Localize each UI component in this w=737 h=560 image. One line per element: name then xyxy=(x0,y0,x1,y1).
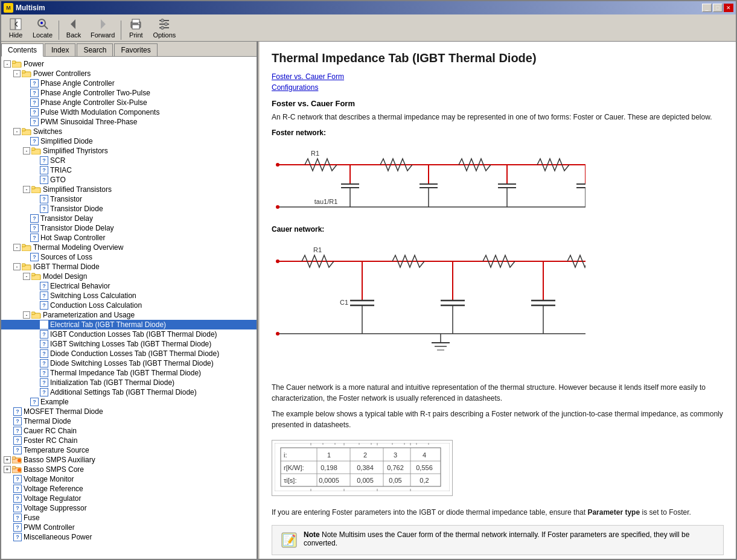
tree-item-model-design[interactable]: - Model Design xyxy=(1,272,257,281)
tree-item-pwm-comp[interactable]: ? Pulse Width Modulation Components xyxy=(1,107,257,117)
tree-item-voltage-regulator[interactable]: ? Voltage Regulator xyxy=(1,494,257,503)
tab-search[interactable]: Search xyxy=(77,43,113,56)
tree-item-temp-source[interactable]: ? Temperature Source xyxy=(1,445,257,455)
close-button[interactable]: ✕ xyxy=(724,4,733,12)
locate-label: Locate xyxy=(33,31,53,39)
tree-label-basso-core: Basso SMPS Core xyxy=(24,465,84,474)
tree-item-power[interactable]: - Power xyxy=(1,59,257,69)
tree-item-sources-loss[interactable]: ? Sources of Loss xyxy=(1,252,257,262)
tree-item-voltage-monitor[interactable]: ? Voltage Monitor xyxy=(1,474,257,484)
options-button[interactable]: Options xyxy=(149,16,179,40)
tree-label-thermal-diode: Thermal Diode xyxy=(24,417,71,425)
tree-item-phase-angle[interactable]: ? Phase Angle Controller xyxy=(1,78,257,88)
expand-switches[interactable]: - xyxy=(13,128,21,135)
tree-item-transistor-delay[interactable]: ? Transistor Delay xyxy=(1,214,257,223)
expand-basso-core[interactable]: + xyxy=(4,466,11,473)
tree-item-diode-conduction[interactable]: ? Diode Conduction Losses Tab (IGBT Ther… xyxy=(1,349,257,358)
tree-item-initialization-tab[interactable]: ? Initialization Tab (IGBT Thermal Diode… xyxy=(1,378,257,387)
expand-param-usage[interactable]: - xyxy=(23,311,30,319)
tree-item-pwm-ctrl[interactable]: ? PWM Controller xyxy=(1,523,257,532)
tree-item-igbt-switching[interactable]: ? IGBT Switching Losses Tab (IGBT Therma… xyxy=(1,339,257,349)
expand-simp-thyristors[interactable]: - xyxy=(23,147,30,154)
hide-button[interactable]: Hide xyxy=(4,16,28,40)
tree-item-conduction-loss[interactable]: ? Conduction Loss Calculation xyxy=(1,301,257,310)
page-icon-transistor-diode-delay: ? xyxy=(30,224,39,232)
tree-item-electrical-behavior[interactable]: ? Electrical Behavior xyxy=(1,281,257,291)
page-title: Thermal Impedance Tab (IGBT Thermal Diod… xyxy=(272,51,724,65)
expand-power-controllers[interactable]: - xyxy=(13,70,21,77)
tree-item-hot-swap[interactable]: ? Hot Swap Controller xyxy=(1,233,257,243)
tree-item-switching-loss[interactable]: ? Switching Loss Calculation xyxy=(1,291,257,301)
tree-label-triac: TRIAC xyxy=(50,166,72,174)
tree-item-triac[interactable]: ? TRIAC xyxy=(1,165,257,175)
folder-icon-basso-aux xyxy=(12,456,22,463)
tree-item-phase-two[interactable]: ? Phase Angle Controller Two-Pulse xyxy=(1,88,257,98)
tree-area[interactable]: - Power - Power Controllers ? Phase Angl… xyxy=(1,57,257,559)
svg-rect-40 xyxy=(12,457,16,459)
tree-item-simp-diode[interactable]: ? Simplified Diode xyxy=(1,136,257,146)
tree-item-misc-power[interactable]: ? Miscellaneous Power xyxy=(1,532,257,542)
tree-item-scr[interactable]: ? SCR xyxy=(1,156,257,165)
cauer-circuit-svg: R1 xyxy=(272,237,585,376)
tree-item-simp-transistors[interactable]: - Simplified Transistors xyxy=(1,185,257,194)
tab-index[interactable]: Index xyxy=(45,43,75,56)
tree-item-voltage-suppressor[interactable]: ? Voltage Suppressor xyxy=(1,503,257,513)
tree-item-simp-thyristors[interactable]: - Simplified Thyristors xyxy=(1,146,257,156)
para4-cont: is set to Foster. xyxy=(642,508,691,517)
tree-item-mosfet[interactable]: ? MOSFET Thermal Diode xyxy=(1,407,257,416)
tree-item-transistor-diode-delay[interactable]: ? Transistor Diode Delay xyxy=(1,223,257,233)
minimize-button[interactable]: _ xyxy=(702,4,712,12)
expand-thermal-modeling[interactable]: - xyxy=(13,244,21,251)
tree-item-igbt-thermal[interactable]: - IGBT Thermal Diode xyxy=(1,262,257,272)
expand-simp-transistors[interactable]: - xyxy=(23,186,30,193)
expand-model-design[interactable]: - xyxy=(23,273,30,280)
tree-label-voltage-regulator: Voltage Regulator xyxy=(24,494,81,503)
forward-button[interactable]: Forward xyxy=(87,16,118,40)
tree-item-diode-switching[interactable]: ? Diode Switching Losses Tab (IGBT Therm… xyxy=(1,358,257,368)
expand-power[interactable]: - xyxy=(4,60,11,68)
page-icon-electrical-behavior: ? xyxy=(40,282,48,290)
tree-item-basso-aux[interactable]: + Basso SMPS Auxiliary xyxy=(1,455,257,465)
expand-basso-aux[interactable]: + xyxy=(4,456,11,463)
svg-point-20 xyxy=(161,27,164,30)
tree-item-cauer-rc[interactable]: ? Cauer RC Chain xyxy=(1,426,257,436)
tree-item-electrical-tab[interactable]: ? Electrical Tab (IGBT Thermal Diode) xyxy=(1,320,257,329)
locate-button[interactable]: Locate xyxy=(29,16,56,40)
tree-item-fuse[interactable]: ? Fuse xyxy=(1,513,257,523)
svg-rect-13 xyxy=(132,25,139,29)
tree-label-transistor-diode-delay: Transistor Diode Delay xyxy=(40,224,114,232)
folder-icon-switches xyxy=(22,128,31,135)
tree-item-power-controllers[interactable]: - Power Controllers xyxy=(1,69,257,78)
maximize-button[interactable]: □ xyxy=(713,4,723,12)
link-foster-cauer[interactable]: Foster vs. Cauer Form xyxy=(272,72,724,81)
tree-label-gto: GTO xyxy=(50,176,66,184)
tree-item-phase-six[interactable]: ? Phase Angle Controller Six-Pulse xyxy=(1,98,257,107)
page-icon-igbt-conduction: ? xyxy=(40,330,48,339)
page-icon-initialization-tab: ? xyxy=(40,378,48,387)
tree-item-thermal-modeling[interactable]: - Thermal Modeling Overview xyxy=(1,243,257,252)
tree-item-transistor-diode[interactable]: ? Transistor Diode xyxy=(1,204,257,214)
print-button[interactable]: Print xyxy=(124,16,148,40)
tree-item-thermal-impedance-tab[interactable]: ? Thermal Impedance Tab (IGBT Thermal Di… xyxy=(1,368,257,378)
tree-item-additional-settings[interactable]: ? Additional Settings Tab (IGBT Thermal … xyxy=(1,387,257,397)
tree-item-igbt-conduction[interactable]: ? IGBT Conduction Losses Tab (IGBT Therm… xyxy=(1,329,257,339)
link-configurations[interactable]: Configurations xyxy=(272,83,724,92)
tree-item-voltage-reference[interactable]: ? Voltage Reference xyxy=(1,484,257,494)
expand-igbt-thermal[interactable]: - xyxy=(13,263,21,270)
tree-item-param-usage[interactable]: - Parameterization and Usage xyxy=(1,310,257,320)
tree-item-example[interactable]: ? Example xyxy=(1,397,257,407)
tree-item-basso-core[interactable]: + Basso SMPS Core xyxy=(1,465,257,474)
back-button[interactable]: Back xyxy=(62,16,86,40)
tab-favorites[interactable]: Favorites xyxy=(114,43,157,56)
tree-item-transistor[interactable]: ? Transistor xyxy=(1,194,257,204)
tab-contents[interactable]: Contents xyxy=(1,43,43,57)
content-area[interactable]: Thermal Impedance Tab (IGBT Thermal Diod… xyxy=(260,42,736,559)
table-svg: i: 1 2 3 4 r[K/W]: 0,198 0,384 0,762 0,5… xyxy=(275,443,450,491)
tree-item-pwm-sin[interactable]: ? PWM Sinusoidal Three-Phase xyxy=(1,117,257,127)
tree-item-switches[interactable]: - Switches xyxy=(1,127,257,136)
tree-item-foster-rc[interactable]: ? Foster RC Chain xyxy=(1,436,257,445)
page-icon-transistor: ? xyxy=(40,195,48,203)
tree-item-thermal-diode[interactable]: ? Thermal Diode xyxy=(1,416,257,426)
tree-label-pwm-comp: Pulse Width Modulation Components xyxy=(40,108,159,116)
tree-item-gto[interactable]: ? GTO xyxy=(1,175,257,185)
